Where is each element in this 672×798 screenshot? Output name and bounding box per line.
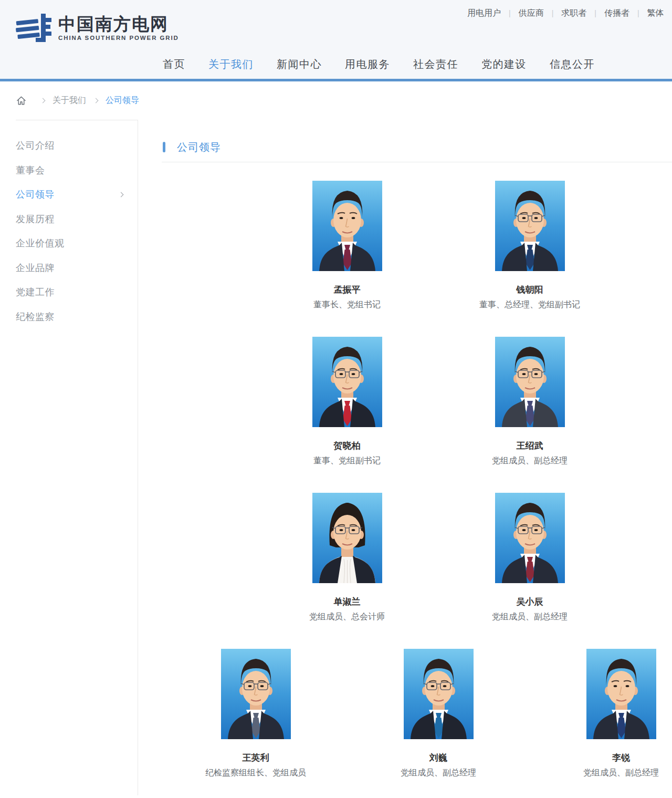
sidebar-item-label: 纪检监察 (16, 310, 55, 323)
page-title-block: 公司领导 (163, 141, 672, 153)
leader-name: 刘巍 (429, 753, 447, 763)
chevron-right-icon (119, 192, 124, 197)
sidebar-item-label: 董事会 (16, 164, 45, 177)
separator: | (552, 9, 554, 17)
nav-item[interactable]: 关于我们 (208, 57, 254, 71)
logo-title: 中国南方电网 (58, 15, 179, 34)
leader-row: 贺晓柏董事、党组副书记王绍武党组成员、副总经理 (164, 337, 672, 465)
sidebar-menu: 公司介绍董事会公司领导发展历程企业价值观企业品牌党建工作纪检监察 (16, 120, 138, 329)
page-body: 公司介绍董事会公司领导发展历程企业价值观企业品牌党建工作纪检监察 公司领导 孟振… (0, 120, 672, 795)
portrait-image (312, 493, 382, 583)
leader-photo[interactable] (495, 493, 565, 583)
portrait-image (586, 649, 656, 739)
leader-photo[interactable] (495, 181, 565, 271)
leader-photo[interactable] (495, 337, 565, 427)
leader-photo[interactable] (312, 181, 382, 271)
leader-title: 党组成员、副总经理 (492, 612, 568, 621)
leader-card: 吴小辰党组成员、副总经理 (438, 493, 621, 621)
separator: | (637, 9, 639, 17)
leader-card: 王英利纪检监察组组长、党组成员 (164, 649, 347, 778)
chevron-right-icon (93, 98, 99, 103)
leader-title: 董事、党组副书记 (313, 456, 381, 465)
sidebar-item-label: 公司介绍 (16, 139, 55, 152)
leader-card: 王绍武党组成员、副总经理 (438, 337, 621, 465)
site-header: 用电用户|供应商|求职者|传播者|繁体 中国南方电网 CHINA (0, 0, 672, 81)
nav-item[interactable]: 党的建设 (481, 57, 527, 71)
nav-item[interactable]: 社会责任 (413, 57, 458, 71)
leader-photo[interactable] (221, 649, 291, 739)
portrait-image (312, 181, 382, 271)
leader-title: 董事长、党组书记 (313, 300, 381, 309)
leader-title: 董事、总经理、党组副书记 (479, 300, 580, 309)
leader-card: 贺晓柏董事、党组副书记 (256, 337, 438, 465)
leader-row: 孟振平董事长、党组书记钱朝阳董事、总经理、党组副书记 (164, 181, 672, 309)
sidebar: 公司介绍董事会公司领导发展历程企业价值观企业品牌党建工作纪检监察 (0, 120, 138, 795)
breadcrumb-current[interactable]: 公司领导 (106, 95, 139, 106)
home-icon[interactable] (16, 96, 26, 106)
portrait-image (404, 649, 474, 739)
leader-card: 刘巍党组成员、副总经理 (347, 649, 530, 778)
page-title: 公司领导 (177, 140, 221, 154)
main-content: 公司领导 孟振平董事长、党组书记钱朝阳董事、总经理、党组副书记贺晓柏董事、党组副… (138, 120, 672, 795)
portrait-image (495, 337, 565, 427)
sidebar-item[interactable]: 发展历程 (16, 207, 138, 232)
leader-title: 党组成员、总会计师 (309, 612, 385, 621)
top-links: 用电用户|供应商|求职者|传播者|繁体 (467, 8, 664, 19)
leader-name: 孟振平 (334, 285, 361, 295)
logo-text: 中国南方电网 CHINA SOUTHERN POWER GRID (58, 15, 179, 41)
leader-photo[interactable] (404, 649, 474, 739)
logo[interactable]: 中国南方电网 CHINA SOUTHERN POWER GRID (16, 14, 179, 42)
sidebar-item-label: 公司领导 (16, 188, 55, 201)
leader-card: 李锐党组成员、副总经理 (530, 649, 672, 778)
leader-name: 贺晓柏 (334, 441, 361, 451)
page: 用电用户|供应商|求职者|传播者|繁体 中国南方电网 CHINA (0, 0, 672, 798)
leader-name: 李锐 (612, 753, 630, 763)
leader-photo[interactable] (586, 649, 656, 739)
sidebar-item[interactable]: 纪检监察 (16, 305, 138, 329)
leader-photo[interactable] (312, 493, 382, 583)
leader-name: 吴小辰 (517, 597, 543, 607)
leader-card: 钱朝阳董事、总经理、党组副书记 (438, 181, 621, 309)
leader-row: 王英利纪检监察组组长、党组成员刘巍党组成员、副总经理李锐党组成员、副总经理 (164, 649, 672, 778)
portrait-image (495, 181, 565, 271)
top-link[interactable]: 用电用户 (467, 8, 501, 17)
title-accent-bar (163, 142, 165, 152)
leader-name: 王绍武 (517, 441, 543, 451)
nav-item[interactable]: 首页 (163, 57, 185, 71)
top-link[interactable]: 求职者 (561, 8, 586, 17)
sidebar-item[interactable]: 党建工作 (16, 280, 138, 305)
leader-name: 王英利 (243, 753, 269, 763)
leader-title: 党组成员、副总经理 (583, 768, 659, 778)
sidebar-item[interactable]: 企业品牌 (16, 256, 138, 281)
portrait-image (495, 493, 565, 583)
separator: | (594, 9, 596, 17)
leader-photo[interactable] (312, 337, 382, 427)
leader-name: 单淑兰 (334, 597, 361, 607)
nav-item[interactable]: 用电服务 (345, 57, 390, 71)
leader-title: 党组成员、副总经理 (401, 768, 476, 778)
nav-item[interactable]: 信息公开 (550, 57, 595, 71)
logo-icon (16, 14, 51, 42)
portrait-image (312, 337, 382, 427)
sidebar-item[interactable]: 企业价值观 (16, 231, 138, 256)
top-link[interactable]: 供应商 (519, 8, 544, 17)
leader-name: 钱朝阳 (517, 285, 543, 295)
sidebar-item-label: 发展历程 (16, 213, 55, 225)
breadcrumb-about[interactable]: 关于我们 (52, 95, 86, 106)
portrait-image (221, 649, 291, 739)
sidebar-item[interactable]: 公司介绍 (16, 133, 138, 158)
sidebar-item[interactable]: 公司领导 (16, 182, 138, 207)
title-divider (162, 162, 672, 162)
sidebar-item[interactable]: 董事会 (16, 158, 138, 183)
breadcrumb: 关于我们 公司领导 (0, 81, 672, 120)
nav-item[interactable]: 新闻中心 (277, 57, 322, 71)
sidebar-item-label: 企业品牌 (16, 262, 55, 274)
top-link[interactable]: 繁体 (647, 8, 664, 17)
leader-row: 单淑兰党组成员、总会计师吴小辰党组成员、副总经理 (164, 493, 672, 621)
separator: | (509, 9, 511, 17)
logo-subtitle: CHINA SOUTHERN POWER GRID (58, 35, 179, 41)
chevron-right-icon (40, 98, 46, 103)
top-link[interactable]: 传播者 (604, 8, 629, 17)
leader-card: 孟振平董事长、党组书记 (256, 181, 438, 309)
sidebar-item-label: 党建工作 (16, 286, 55, 298)
